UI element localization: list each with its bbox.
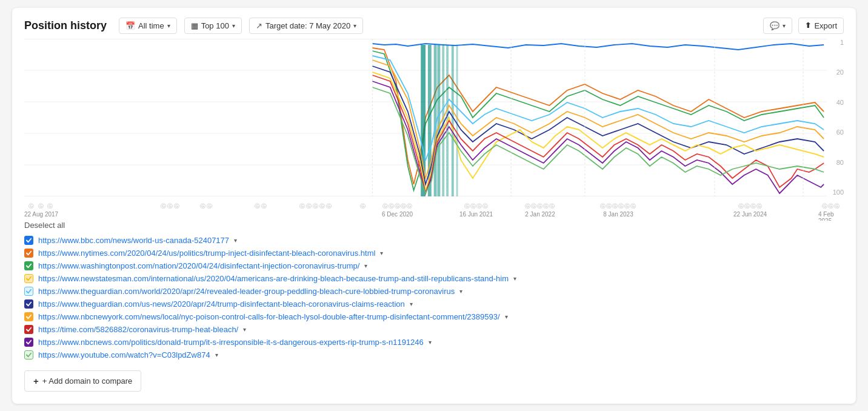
url-checkbox-9[interactable] — [24, 350, 33, 359]
y-label-40: 40 — [827, 99, 844, 106]
g-icons-jun2021: ⒼⒼⒼⒼ — [464, 202, 489, 210]
calendar-icon: 📅 — [125, 21, 135, 30]
chevron-down-icon-4: ▾ — [783, 22, 786, 29]
x-label-jun-2024: ⒼⒼⒼⒼ 22 Jun 2024 — [733, 202, 767, 218]
export-icon: ⬆ — [805, 21, 811, 30]
svg-rect-12 — [452, 45, 454, 196]
g-icons-3: ⒼⒼ — [200, 202, 213, 210]
x-label-jan-2023: ⒼⒼⒼⒼⒼⒼ 8 Jan 2023 — [600, 202, 636, 218]
x-label-jun-2021: ⒼⒼⒼⒼ 16 Jun 2021 — [459, 202, 493, 218]
url-caret-1: ▾ — [380, 250, 383, 256]
url-text-9: https://www.youtube.com/watch?v=C03lpdZw… — [38, 350, 210, 359]
url-caret-2: ▾ — [364, 262, 367, 269]
deselect-all-button[interactable]: Deselect all — [24, 221, 844, 230]
y-label-20: 20 — [827, 68, 844, 76]
url-item-8[interactable]: https://www.nbcnews.com/politics/donald-… — [24, 338, 844, 347]
chevron-down-icon-2: ▾ — [232, 22, 235, 29]
url-text-6: https://www.nbcnewyork.com/news/local/ny… — [38, 312, 500, 321]
y-label-80: 80 — [827, 159, 844, 166]
g-icons-jun2024: ⒼⒼⒼⒼ — [738, 202, 763, 210]
x-label-dec-2020: ⒼⒼⒼⒼⒼ 6 Dec 2020 — [382, 202, 413, 218]
y-label-1: 1 — [827, 39, 844, 46]
comment-icon: 💬 — [770, 21, 780, 30]
url-item-0[interactable]: https://www.bbc.com/news/world-us-canada… — [24, 236, 844, 245]
url-text-4: https://www.theguardian.com/world/2020/a… — [38, 287, 455, 296]
comment-button[interactable]: 💬 ▾ — [763, 18, 792, 34]
toolbar-right: 💬 ▾ ⬆ Export — [763, 18, 844, 34]
page-title: Position history — [24, 19, 107, 32]
x-label-group-3: ⒼⒼ — [200, 202, 213, 211]
x-date-jan2022: 2 Jan 2022 — [525, 211, 555, 218]
url-caret-3: ▾ — [513, 275, 516, 282]
url-checkbox-0[interactable] — [24, 236, 33, 245]
y-label-60: 60 — [827, 129, 844, 136]
url-item-9[interactable]: https://www.youtube.com/watch?v=C03lpdZw… — [24, 350, 844, 359]
g-icons-feb2025: ⒼⒼⒼ — [822, 202, 840, 210]
url-text-3: https://www.newstatesman.com/internation… — [38, 274, 509, 283]
chart-area: 1 20 40 60 80 100 — [24, 39, 844, 196]
url-text-8: https://www.nbcnews.com/politics/donald-… — [38, 338, 424, 347]
url-caret-8: ▾ — [429, 339, 432, 346]
url-caret-6: ▾ — [505, 313, 508, 320]
g-icons-5: ⒼⒼⒼⒼⒼ — [299, 202, 333, 210]
trend-icon: ↗ — [256, 21, 262, 30]
g-icons-4: ⒼⒼ — [255, 202, 268, 210]
x-label-group-6: Ⓖ — [360, 202, 366, 211]
position-history-card: Position history 📅 All time ▾ ▦ Top 100 … — [12, 8, 856, 404]
url-checkbox-6[interactable] — [24, 312, 33, 321]
url-checkbox-1[interactable] — [24, 249, 33, 258]
url-checkbox-4[interactable] — [24, 287, 33, 296]
url-item-6[interactable]: https://www.nbcnewyork.com/news/local/ny… — [24, 312, 844, 321]
x-label-feb-2025: ⒼⒼⒼ 4 Feb 2025 — [818, 202, 844, 221]
target-date-button[interactable]: ↗ Target date: 7 May 2020 ▾ — [249, 18, 363, 34]
x-date-feb2025: 4 Feb 2025 — [818, 211, 844, 221]
url-checkbox-3[interactable] — [24, 274, 33, 283]
url-text-5: https://www.theguardian.com/us-news/2020… — [38, 299, 405, 309]
top-filter-button[interactable]: ▦ Top 100 ▾ — [184, 18, 242, 34]
g-icons-dec2020: ⒼⒼⒼⒼⒼ — [382, 202, 413, 210]
time-filter-label: All time — [138, 21, 164, 30]
url-caret-0: ▾ — [234, 237, 237, 244]
url-item-2[interactable]: https://www.washingtonpost.com/nation/20… — [24, 261, 844, 270]
url-item-3[interactable]: https://www.newstatesman.com/internation… — [24, 274, 844, 283]
x-label-jan-2022: ⒼⒼⒼⒼⒼ 2 Jan 2022 — [525, 202, 555, 218]
x-date-dec2020: 6 Dec 2020 — [382, 211, 413, 218]
x-label-group-5: ⒼⒼⒼⒼⒼ — [299, 202, 333, 211]
add-domain-button[interactable]: + + Add domain to compare — [24, 370, 141, 392]
svg-rect-10 — [442, 45, 444, 196]
url-caret-5: ▾ — [410, 301, 413, 307]
export-label: Export — [814, 21, 837, 30]
g-icons-1: Ⓖ Ⓖ Ⓖ — [28, 202, 54, 210]
g-icons-jan2022: ⒼⒼⒼⒼⒼ — [525, 202, 555, 210]
export-button[interactable]: ⬆ Export — [798, 18, 844, 34]
chevron-down-icon: ▾ — [167, 22, 170, 29]
top-filter-label: Top 100 — [201, 21, 229, 30]
url-list: https://www.bbc.com/news/world-us-canada… — [24, 236, 844, 359]
url-checkbox-7[interactable] — [24, 325, 33, 334]
plus-icon: + — [33, 376, 39, 386]
g-icons-jan2023: ⒼⒼⒼⒼⒼⒼ — [600, 202, 636, 210]
url-checkbox-8[interactable] — [24, 338, 33, 347]
url-item-4[interactable]: https://www.theguardian.com/world/2020/a… — [24, 287, 844, 296]
url-item-5[interactable]: https://www.theguardian.com/us-news/2020… — [24, 299, 844, 309]
url-item-1[interactable]: https://www.nytimes.com/2020/04/24/us/po… — [24, 249, 844, 258]
g-icons-2: ⒼⒼⒼ — [161, 202, 181, 210]
url-checkbox-2[interactable] — [24, 261, 33, 270]
x-date-1: 22 Aug 2017 — [24, 211, 58, 218]
g-icons-6: Ⓖ — [360, 202, 366, 210]
url-caret-9: ▾ — [215, 352, 218, 358]
svg-rect-9 — [437, 45, 440, 196]
x-label-group-1: Ⓖ Ⓖ Ⓖ 22 Aug 2017 — [24, 202, 58, 218]
grid-icon: ▦ — [191, 21, 198, 30]
x-date-jun2021: 16 Jun 2021 — [459, 211, 493, 218]
url-checkbox-5[interactable] — [24, 299, 33, 309]
url-text-0: https://www.bbc.com/news/world-us-canada… — [38, 236, 229, 245]
url-caret-7: ▾ — [243, 326, 246, 333]
toolbar: Position history 📅 All time ▾ ▦ Top 100 … — [24, 18, 844, 34]
url-caret-4: ▾ — [459, 288, 462, 295]
svg-rect-13 — [456, 45, 458, 196]
url-text-2: https://www.washingtonpost.com/nation/20… — [38, 261, 359, 270]
time-filter-button[interactable]: 📅 All time ▾ — [119, 18, 177, 34]
target-date-label: Target date: 7 May 2020 — [265, 21, 350, 30]
url-item-7[interactable]: https://time.com/5826882/coronavirus-tru… — [24, 325, 844, 334]
